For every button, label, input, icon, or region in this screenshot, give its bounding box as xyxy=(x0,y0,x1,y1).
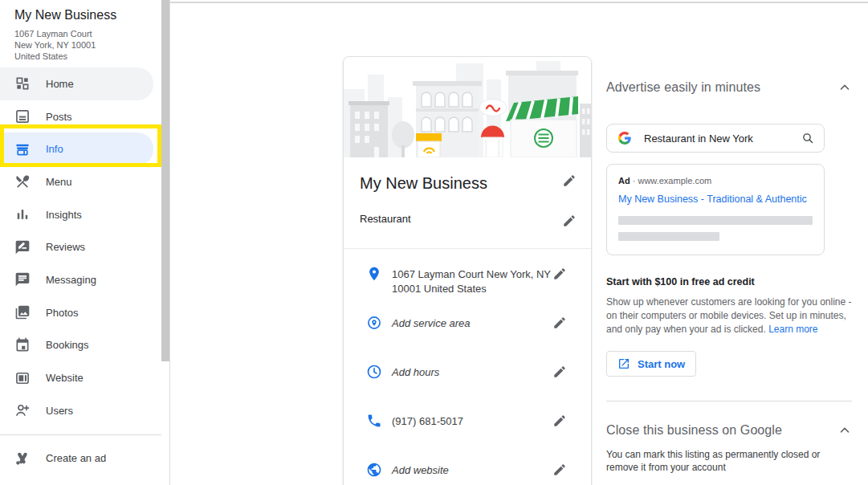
restaurant-menu-icon xyxy=(14,173,31,190)
business-address-line3: United States xyxy=(14,51,161,62)
sidebar-item-label: Insights xyxy=(46,209,82,221)
sidebar-item-users[interactable]: Users xyxy=(0,394,153,427)
business-name: My New Business xyxy=(14,8,161,22)
start-now-button[interactable]: Start now xyxy=(606,351,696,377)
pencil-icon xyxy=(552,365,567,379)
website-row: Add website xyxy=(344,445,591,485)
search-query-text: Restaurant in New York xyxy=(644,132,753,145)
sidebar-item-label: Menu xyxy=(46,176,72,188)
edit-address-button[interactable] xyxy=(552,266,577,284)
sidebar-item-menu[interactable]: Menu xyxy=(0,165,153,198)
bar-chart-icon xyxy=(14,206,31,222)
edit-phone-button[interactable] xyxy=(552,413,577,431)
phone-row: (917) 681-5017 xyxy=(344,396,591,445)
edit-category-button[interactable] xyxy=(562,213,577,231)
location-pin-icon xyxy=(366,266,382,282)
scrollbar-thumb[interactable] xyxy=(161,0,169,361)
edit-name-button[interactable] xyxy=(562,173,577,191)
search-icon xyxy=(801,132,814,145)
pencil-icon xyxy=(562,214,577,228)
right-panel: Advertise easily in minutes Restaurant i… xyxy=(606,80,852,474)
sidebar-item-label: Reviews xyxy=(46,241,85,253)
sidebar-item-label: Info xyxy=(46,143,63,155)
start-now-label: Start now xyxy=(638,358,685,370)
sidebar-item-custom-gmail[interactable]: Get custom Gmail xyxy=(0,475,153,485)
service-area-icon xyxy=(366,315,382,331)
pencil-icon xyxy=(562,173,577,188)
service-area-text: Add service area xyxy=(392,315,552,331)
address-text: 1067 Layman Court New York, NY 10001 Uni… xyxy=(392,266,552,296)
sidebar-item-label: Home xyxy=(46,78,74,90)
storefront-icon xyxy=(14,141,31,157)
sidebar-item-messaging[interactable]: Messaging xyxy=(0,263,153,296)
collapse-advertise-button[interactable] xyxy=(837,80,852,95)
sidebar-item-photos[interactable]: Photos xyxy=(0,296,153,329)
ad-meta-separator: · xyxy=(633,176,636,185)
address-row: 1067 Layman Court New York, NY 10001 Uni… xyxy=(344,249,591,298)
sidebar-item-label: Bookings xyxy=(46,339,88,351)
service-area-row: Add service area xyxy=(344,298,591,347)
ad-preview-card: Ad · www.example.com My New Business - T… xyxy=(606,164,825,255)
open-in-new-icon xyxy=(617,357,630,370)
sidebar-item-insights[interactable]: Insights xyxy=(0,198,153,231)
business-address-line2: New York, NY 10001 xyxy=(14,39,161,51)
edit-service-area-button[interactable] xyxy=(552,315,577,333)
sidebar-item-home[interactable]: Home xyxy=(0,67,153,100)
pencil-icon xyxy=(552,267,567,281)
clock-icon xyxy=(366,364,382,380)
learn-more-link[interactable]: Learn more xyxy=(768,324,817,335)
hours-row: Add hours xyxy=(344,347,591,396)
sidebar: My New Business 1067 Layman Court New Yo… xyxy=(0,0,161,485)
business-address-line1: 1067 Layman Court xyxy=(14,28,161,39)
hours-text: Add hours xyxy=(392,364,552,380)
pencil-icon xyxy=(552,414,567,428)
dashboard-icon xyxy=(14,75,31,92)
sidebar-item-website[interactable]: Website xyxy=(0,361,153,394)
close-section-title: Close this business on Google xyxy=(606,423,782,438)
sidebar-separator-line xyxy=(169,0,170,485)
sidebar-item-label: Posts xyxy=(46,111,72,123)
pencil-icon xyxy=(552,463,567,477)
website-text: Add website xyxy=(392,462,552,478)
photo-library-icon xyxy=(14,304,31,320)
ad-placeholder-bar xyxy=(618,232,719,241)
globe-icon xyxy=(366,462,382,478)
content-top-border xyxy=(170,2,868,3)
sidebar-item-bookings[interactable]: Bookings xyxy=(0,329,153,362)
info-card-category: Restaurant xyxy=(360,213,411,225)
sidebar-item-label: Messaging xyxy=(46,274,96,286)
posts-icon xyxy=(14,108,31,124)
ad-badge: Ad xyxy=(618,176,630,185)
sidebar-item-info[interactable]: Info xyxy=(0,132,153,165)
business-info-card: My New Business Restaurant 1067 Layman C… xyxy=(343,56,592,485)
sidebar-item-label: Photos xyxy=(46,307,78,319)
pencil-icon xyxy=(552,316,567,330)
credit-body: Show up whenever customers are looking f… xyxy=(606,295,852,336)
person-add-icon xyxy=(14,402,31,418)
sidebar-nav: Home Posts Info Menu Insights Reviews Me… xyxy=(0,67,161,485)
ad-headline: My New Business - Traditional & Authenti… xyxy=(618,194,813,205)
google-ads-icon xyxy=(14,450,31,467)
calendar-icon xyxy=(14,337,31,353)
chat-icon xyxy=(14,271,31,287)
sidebar-item-label: Create an ad xyxy=(46,452,106,464)
browser-icon xyxy=(14,370,31,386)
sidebar-item-posts[interactable]: Posts xyxy=(0,100,153,133)
ad-placeholder-bar xyxy=(618,216,813,225)
close-section-body: You can mark this listing as permanently… xyxy=(606,448,843,474)
edit-hours-button[interactable] xyxy=(552,364,577,382)
advertise-section-title: Advertise easily in minutes xyxy=(606,80,760,95)
credit-title: Start with $100 in free ad credit xyxy=(606,276,852,287)
sidebar-item-create-ad[interactable]: Create an ad xyxy=(0,442,153,475)
chevron-up-icon xyxy=(837,423,852,438)
business-header: My New Business 1067 Layman Court New Yo… xyxy=(0,0,161,62)
section-divider xyxy=(606,401,852,401)
sidebar-item-label: Users xyxy=(46,405,73,417)
ad-url: www.example.com xyxy=(638,176,711,185)
collapse-close-button[interactable] xyxy=(837,423,852,438)
sidebar-divider xyxy=(0,434,161,435)
phone-icon xyxy=(366,413,382,429)
sidebar-item-label: Website xyxy=(46,372,84,384)
edit-website-button[interactable] xyxy=(552,462,577,480)
sidebar-item-reviews[interactable]: Reviews xyxy=(0,230,153,263)
